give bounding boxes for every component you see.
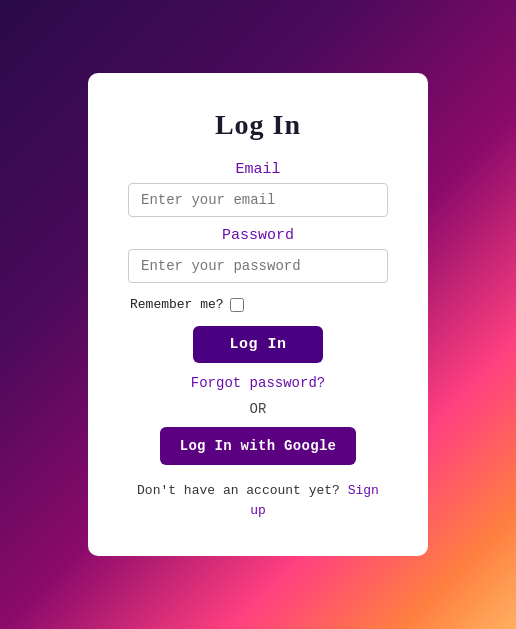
password-field-group: Password <box>128 227 388 283</box>
remember-label: Remember me? <box>130 297 224 312</box>
password-label: Password <box>222 227 294 244</box>
remember-row: Remember me? <box>128 297 388 312</box>
email-label: Email <box>235 161 280 178</box>
email-input[interactable] <box>128 183 388 217</box>
login-button[interactable]: Log In <box>193 326 322 363</box>
signup-text: Don't have an account yet? <box>137 483 340 498</box>
page-title: Log In <box>215 109 301 141</box>
google-login-button[interactable]: Log In with Google <box>160 427 357 465</box>
or-divider: OR <box>250 401 267 417</box>
login-card: Log In Email Password Remember me? Log I… <box>88 73 428 556</box>
forgot-password-link[interactable]: Forgot password? <box>191 375 325 391</box>
remember-checkbox[interactable] <box>230 298 244 312</box>
signup-row: Don't have an account yet? Sign up <box>128 481 388 520</box>
password-input[interactable] <box>128 249 388 283</box>
email-field-group: Email <box>128 161 388 217</box>
